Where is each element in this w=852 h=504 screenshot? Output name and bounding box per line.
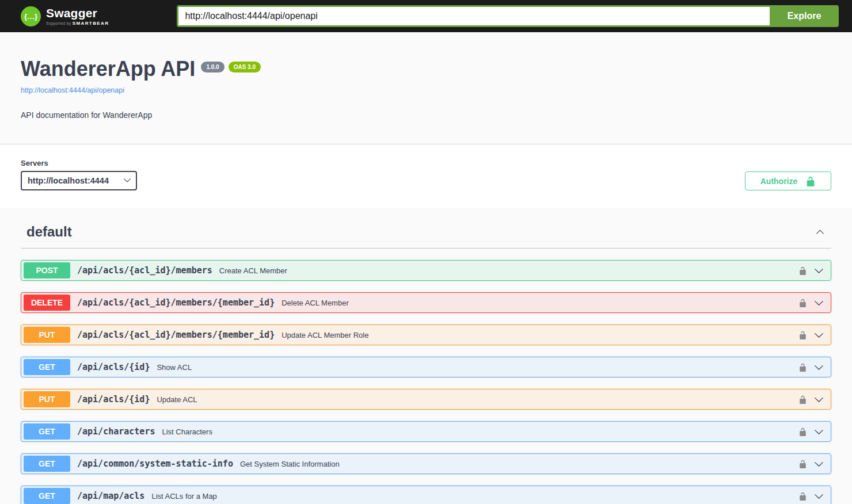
operation-summary: List Characters xyxy=(162,427,212,436)
method-badge: DELETE xyxy=(24,295,70,311)
version-badge: 1.0.0 xyxy=(201,62,224,72)
tag-section-header[interactable]: default xyxy=(21,217,831,249)
api-description: API documentation for WandererApp xyxy=(21,110,831,120)
unlock-icon[interactable] xyxy=(798,266,807,275)
method-badge: GET xyxy=(24,488,70,504)
tag-title: default xyxy=(26,225,72,239)
auth-wrapper: Authorize xyxy=(745,171,831,190)
method-badge: GET xyxy=(24,423,70,440)
chevron-up-icon[interactable] xyxy=(816,228,824,236)
unlock-icon[interactable] xyxy=(798,427,807,436)
scheme-container: Servers http://localhost:4444 Authorize xyxy=(0,144,852,208)
unlock-icon[interactable] xyxy=(798,363,807,372)
operation-row[interactable]: GET/api/acls/{id}Show ACL xyxy=(21,357,831,377)
method-badge: PUT xyxy=(24,391,70,407)
operation-path[interactable]: /api/common/system-static-info xyxy=(77,459,233,469)
chevron-down-icon[interactable] xyxy=(814,395,824,404)
supported-by: Supported by SMARTBEAR xyxy=(46,21,109,26)
authorize-label: Authorize xyxy=(760,177,798,186)
servers-block: Servers http://localhost:4444 xyxy=(21,159,137,190)
chevron-down-icon[interactable] xyxy=(814,362,824,372)
operation-path[interactable]: /api/acls/{id} xyxy=(77,394,150,404)
unlock-icon[interactable] xyxy=(798,331,807,339)
download-url-form: Explore xyxy=(177,5,839,27)
operation-summary: List ACLs for a Map xyxy=(151,492,216,501)
operation-path[interactable]: /api/acls/{acl_id}/members xyxy=(77,265,212,276)
chevron-down-icon[interactable] xyxy=(814,459,824,469)
operation-row[interactable]: GET/api/common/system-static-infoGet Sys… xyxy=(21,453,831,474)
brand-name: Swagger xyxy=(46,6,109,20)
chevron-down-icon[interactable] xyxy=(814,298,824,308)
operation-row[interactable]: GET/api/map/aclsList ACLs for a Map xyxy=(21,486,831,504)
oas-badge: OAS 3.0 xyxy=(229,62,261,72)
operation-summary: Update ACL xyxy=(157,395,197,404)
operation-summary: Create ACL Member xyxy=(219,266,287,275)
operation-row[interactable]: DELETE/api/acls/{acl_id}/members/{member… xyxy=(21,292,831,313)
method-badge: GET xyxy=(24,359,70,375)
info-section: WandererApp API 1.0.0 OAS 3.0 http://loc… xyxy=(0,32,852,144)
chevron-down-icon[interactable] xyxy=(814,491,824,501)
method-badge: POST xyxy=(24,262,70,278)
operation-path[interactable]: /api/characters xyxy=(77,426,155,437)
unlock-icon[interactable] xyxy=(798,460,807,468)
authorize-button[interactable]: Authorize xyxy=(745,171,831,190)
chevron-down-icon[interactable] xyxy=(814,266,824,276)
servers-label: Servers xyxy=(21,159,137,167)
spec-link[interactable]: http://localhost:4444/api/openapi xyxy=(21,86,124,94)
operation-path[interactable]: /api/acls/{acl_id}/members/{member_id} xyxy=(77,330,275,340)
server-select[interactable]: http://localhost:4444 xyxy=(21,171,137,190)
smartbear-brand: SMARTBEAR xyxy=(73,21,109,26)
unlock-icon[interactable] xyxy=(798,395,807,404)
operation-path[interactable]: /api/map/acls xyxy=(77,491,144,501)
swagger-logo: {…} Swagger Supported by SMARTBEAR xyxy=(21,6,109,26)
operation-row[interactable]: PUT/api/acls/{acl_id}/members/{member_id… xyxy=(21,324,831,345)
swagger-logo-icon: {…} xyxy=(21,6,41,26)
operation-row[interactable]: GET/api/charactersList Characters xyxy=(21,421,831,442)
operation-row[interactable]: PUT/api/acls/{id}Update ACL xyxy=(21,389,831,410)
explore-button[interactable]: Explore xyxy=(770,5,839,27)
operation-path[interactable]: /api/acls/{id} xyxy=(77,362,150,372)
method-badge: PUT xyxy=(24,327,70,343)
spec-url-input[interactable] xyxy=(177,5,770,27)
operation-summary: Get System Static Information xyxy=(240,460,340,468)
unlock-icon[interactable] xyxy=(798,492,807,501)
operation-summary: Show ACL xyxy=(157,363,192,372)
chevron-down-icon[interactable] xyxy=(814,427,824,437)
operation-row[interactable]: POST/api/acls/{acl_id}/membersCreate ACL… xyxy=(21,260,831,281)
unlock-icon xyxy=(805,176,816,186)
operation-path[interactable]: /api/acls/{acl_id}/members/{member_id} xyxy=(77,297,275,308)
operation-summary: Delete ACL Member xyxy=(282,299,349,307)
page-title: WandererApp API xyxy=(21,59,195,79)
chevron-down-icon[interactable] xyxy=(814,330,824,340)
method-badge: GET xyxy=(24,456,70,472)
operations-wrapper: default POST/api/acls/{acl_id}/membersCr… xyxy=(0,208,852,504)
operations-list: POST/api/acls/{acl_id}/membersCreate ACL… xyxy=(21,260,831,504)
operation-summary: Update ACL Member Role xyxy=(282,331,368,339)
topbar: {…} Swagger Supported by SMARTBEAR Explo… xyxy=(0,0,852,32)
unlock-icon[interactable] xyxy=(798,299,807,307)
